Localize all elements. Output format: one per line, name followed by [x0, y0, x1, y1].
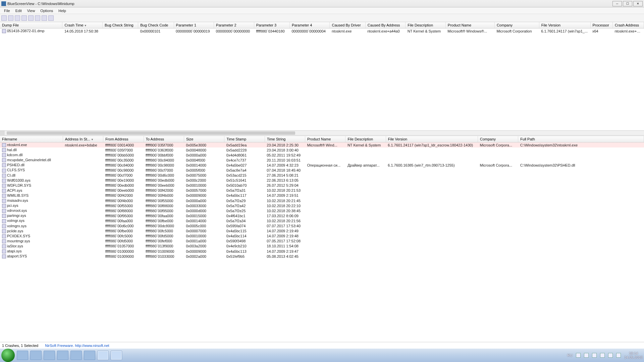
toolbar-refresh-icon[interactable] — [15, 15, 20, 21]
driver-row[interactable]: mountmgr.sysfffff880`00fd5000fffff880`00… — [0, 239, 644, 244]
driver-file-icon — [2, 244, 6, 248]
app-icon — [1, 1, 6, 6]
horizontal-scrollbar[interactable] — [0, 130, 644, 135]
driver-row[interactable]: hal.dllfffff800`035f7000fffff800`0363f00… — [0, 147, 644, 153]
taskbar-mediaplayer-icon[interactable] — [30, 351, 42, 360]
driver-row[interactable]: ntoskrnl.exentoskrnl.exe+bdabefffff800`0… — [0, 142, 644, 148]
driver-row[interactable]: ACPI.sysfffff880`00eeb000fffff880`00f420… — [0, 188, 644, 193]
driver-file-icon — [2, 189, 6, 193]
col-parameter-4[interactable]: Parameter 4 — [289, 22, 330, 28]
maximize-button[interactable]: ☐ — [623, 1, 632, 6]
driver-row[interactable]: WMILIB.SYSfffff880`00f42000fffff880`00f4… — [0, 193, 644, 198]
col-crash-time[interactable]: Crash Time▼ — [62, 22, 103, 28]
dump-file-icon — [2, 29, 6, 33]
col-address-in-st-[interactable]: Address In St...▼ — [63, 136, 103, 142]
driver-row[interactable]: PCIIDEX.SYSfffff880`00fc5000fffff880`00f… — [0, 234, 644, 239]
drivers-list-pane[interactable]: FilenameAddress In St...▼From AddressTo … — [0, 136, 644, 342]
col-company[interactable]: Company — [494, 22, 539, 28]
driver-row[interactable]: mcupdate_GenuineIntel.dllfffff880`00c350… — [0, 158, 644, 163]
driver-row[interactable]: pciide.sysfffff880`00fbe000fffff880`00fc… — [0, 229, 644, 234]
taskbar-explorer-icon[interactable] — [17, 351, 28, 360]
tray-power-icon[interactable] — [608, 353, 613, 358]
taskbar[interactable]: RU 18:1414.05.2018 — [0, 349, 644, 362]
menu-file[interactable]: File — [1, 8, 13, 13]
driver-file-icon — [2, 209, 6, 213]
menu-view[interactable]: View — [24, 8, 38, 13]
driver-row[interactable]: PSHED.dllfffff880`00c84000fffff880`00c98… — [0, 163, 644, 168]
driver-row[interactable]: volmgrx.sysfffff880`00d6c000fffff880`00d… — [0, 224, 644, 229]
system-tray[interactable]: RU 18:1414.05.2018 — [567, 351, 643, 359]
dump-list-pane[interactable]: Dump FileCrash Time▼Bug Check StringBug … — [0, 22, 644, 136]
taskbar-yandex-icon[interactable] — [84, 351, 95, 360]
toolbar-properties-icon[interactable] — [21, 15, 27, 21]
driver-row[interactable]: WDFLDR.SYSfffff880`00edb000fffff880`00ee… — [0, 183, 644, 188]
col-dump-file[interactable]: Dump File — [0, 22, 62, 28]
col-parameter-3[interactable]: Parameter 3 — [254, 22, 289, 28]
start-button[interactable] — [1, 349, 15, 362]
driver-row[interactable]: Wdf01000.sysfffff880`00e19000fffff880`00… — [0, 178, 644, 183]
col-file-description[interactable]: File Description — [345, 136, 386, 142]
col-time-stamp[interactable]: Time Stamp — [224, 136, 265, 142]
driver-row[interactable]: msisadrv.sysfffff880`00f4b000fffff880`00… — [0, 198, 644, 203]
taskbar-ie-icon[interactable] — [57, 351, 68, 360]
col-size[interactable]: Size — [184, 136, 224, 142]
close-button[interactable]: ✕ — [633, 1, 643, 6]
tray-lang[interactable]: RU — [567, 353, 573, 357]
col-to-address[interactable]: To Address — [144, 136, 184, 142]
col-from-address[interactable]: From Address — [103, 136, 144, 142]
col-parameter-2[interactable]: Parameter 2 — [214, 22, 254, 28]
col-product-name[interactable]: Product Name — [305, 136, 345, 142]
col-bug-check-code[interactable]: Bug Check Code — [138, 22, 174, 28]
tray-app-icon[interactable] — [600, 353, 605, 358]
menu-options[interactable]: Options — [38, 8, 56, 13]
menu-edit[interactable]: Edit — [13, 8, 24, 13]
dump-row[interactable]: 051418-20872-01.dmp14.05.2018 17:50:380x… — [0, 28, 644, 34]
col-time-string[interactable]: Time String — [265, 136, 305, 142]
toolbar-save-icon[interactable] — [8, 15, 13, 21]
driver-row[interactable]: vdrvroot.sysfffff880`00f88000fffff880`00… — [0, 208, 644, 213]
col-crash-address[interactable]: Crash Address — [612, 22, 644, 28]
menu-help[interactable]: Help — [56, 8, 69, 13]
col-filename[interactable]: Filename — [0, 136, 63, 142]
col-parameter-1[interactable]: Parameter 1 — [174, 22, 214, 28]
driver-row[interactable]: partmgr.sysfffff880`00f95000fffff880`00f… — [0, 213, 644, 218]
toolbar-options-icon[interactable] — [42, 15, 47, 21]
taskbar-whocrashed-icon[interactable] — [111, 351, 122, 360]
col-file-description[interactable]: File Description — [406, 22, 446, 28]
tray-volume-icon[interactable] — [616, 353, 621, 358]
driver-row[interactable]: volmgr.sysfffff880`00faa000fffff880`00fb… — [0, 218, 644, 223]
col-processor[interactable]: Processor — [590, 22, 612, 28]
driver-file-icon — [2, 234, 6, 238]
status-text: 1 Crashes, 1 Selected — [2, 344, 38, 348]
toolbar-copy-icon[interactable] — [28, 15, 34, 21]
col-product-name[interactable]: Product Name — [445, 22, 494, 28]
tray-action-center-icon[interactable] — [584, 353, 589, 358]
taskbar-bluescreenview-icon[interactable] — [97, 351, 109, 360]
taskbar-chrome-icon[interactable] — [70, 351, 82, 360]
driver-row[interactable]: iaStor.sysfffff880`01057000fffff880`013f… — [0, 244, 644, 249]
col-file-version[interactable]: File Version — [539, 22, 590, 28]
toolbar-open-icon[interactable] — [1, 15, 7, 21]
driver-row[interactable]: ataport.SYSfffff880`01009000fffff880`010… — [0, 254, 644, 259]
driver-row[interactable]: CI.dllfffff880`00cf7000fffff880`00d6c000… — [0, 173, 644, 178]
col-full-path[interactable]: Full Path — [518, 136, 644, 142]
col-caused-by-driver[interactable]: Caused By Driver — [330, 22, 365, 28]
minimize-button[interactable]: ─ — [612, 1, 622, 6]
driver-row[interactable]: pci.sysfffff880`00f55000fffff880`00f8800… — [0, 203, 644, 208]
col-file-version[interactable]: File Version — [386, 136, 478, 142]
col-caused-by-address[interactable]: Caused By Address — [365, 22, 406, 28]
driver-row[interactable]: CLFS.SYSfffff880`00c98000fffff880`00cf70… — [0, 168, 644, 173]
driver-row[interactable]: atapi.sysfffff880`01000000fffff880`01009… — [0, 249, 644, 254]
col-bug-check-string[interactable]: Bug Check String — [103, 22, 138, 28]
tray-show-hidden-icon[interactable] — [576, 353, 581, 358]
driver-file-icon — [2, 254, 6, 258]
taskbar-utorrent-icon[interactable] — [44, 351, 55, 360]
toolbar-find-icon[interactable] — [35, 15, 40, 21]
col-company[interactable]: Company — [478, 136, 518, 142]
toolbar-exit-icon[interactable] — [48, 15, 54, 21]
driver-row[interactable]: kdcom.dllfffff800`00bb5000fffff800`00bbf… — [0, 153, 644, 158]
nirsoft-link[interactable]: http://www.nirsoft.net — [75, 344, 109, 348]
tray-network-icon[interactable] — [592, 353, 597, 358]
driver-file-icon — [2, 219, 6, 223]
tray-clock[interactable]: 18:1414.05.2018 — [624, 351, 643, 359]
